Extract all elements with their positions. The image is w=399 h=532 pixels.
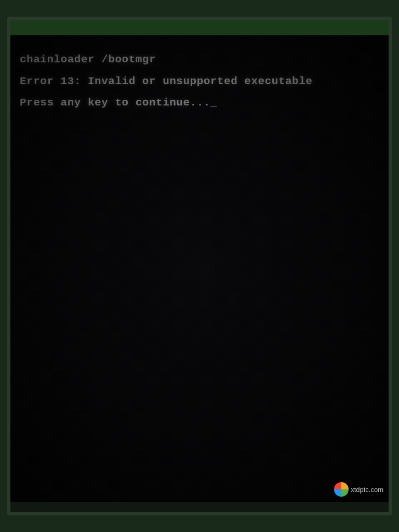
monitor-frame: chainloader /bootmgr Error 13: Invalid o… [7,17,392,515]
monitor-top-bar [10,20,389,35]
watermark-site: xtdptc.com [351,486,383,494]
command-line: chainloader /bootmgr [20,51,379,69]
screen-area: chainloader /bootmgr Error 13: Invalid o… [10,35,389,502]
terminal-content: chainloader /bootmgr Error 13: Invalid o… [20,46,379,112]
prompt-line: Press any key to continue..._ [20,94,379,112]
error-line: Error 13: Invalid or unsupported executa… [20,73,379,90]
monitor-bottom-bar [10,502,389,512]
watermark-logo-icon [334,482,349,497]
watermark: xtdptc.com [334,482,383,497]
